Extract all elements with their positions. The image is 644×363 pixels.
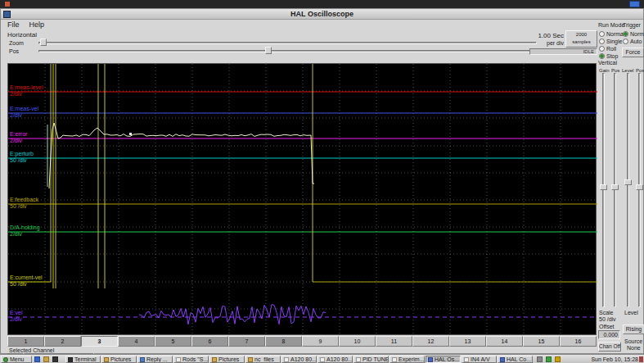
channel-tab-5[interactable]: 5: [155, 336, 191, 347]
channel-tab-6[interactable]: 6: [191, 336, 228, 347]
channel-tab-10[interactable]: 10: [339, 336, 376, 347]
channel-tab-1[interactable]: 1: [7, 336, 44, 347]
taskbar-window-rods-s[interactable]: Rods "S...: [173, 356, 209, 363]
document-icon: [284, 357, 289, 362]
taskbar-window-nc-files[interactable]: nc_files: [245, 356, 281, 363]
taskbar-window-terminal[interactable]: Terminal: [65, 356, 101, 363]
menu-file[interactable]: File: [2, 20, 25, 29]
taskbar-window-a120-80[interactable]: A120 80...: [317, 356, 353, 363]
trigger-level-label: Level: [624, 310, 638, 316]
taskbar-window-pictures[interactable]: Pictures: [101, 356, 137, 363]
trigger-mode-group: NormalAuto: [623, 30, 644, 47]
taskbar-window-in4-a-v[interactable]: IN4 A/V: [462, 356, 497, 363]
taskbar-window-label: Experim...: [399, 356, 425, 362]
clock[interactable]: Sun Feb 10, 15:28: [565, 355, 638, 363]
pager-icon[interactable]: [629, 1, 640, 7]
radio-label: Roll: [606, 46, 616, 52]
top-panel-launcher-icon[interactable]: [5, 2, 10, 7]
taskbar-window-hal-co[interactable]: HAL Co...: [498, 356, 533, 363]
tpos-slider-handle[interactable]: [636, 184, 643, 190]
window-icon: [3, 11, 11, 18]
channel-tab-11[interactable]: 11: [376, 336, 412, 347]
channel-tab-9[interactable]: 9: [302, 336, 339, 347]
time-per-div-value: 1.00 Sec: [492, 32, 564, 39]
taskbar-window-a120-80[interactable]: A120 80...: [281, 356, 317, 363]
vpos-slider-handle[interactable]: [611, 184, 619, 190]
terminal-icon: [68, 357, 73, 362]
corner-applet-icon[interactable]: [639, 356, 643, 362]
samples-button[interactable]: 2000 samples at 200 Hz: [565, 30, 597, 48]
rising-label: Rising: [626, 326, 642, 332]
titlebar[interactable]: HAL Oscilloscope: [1, 9, 643, 20]
notification-icon[interactable]: [555, 356, 561, 362]
network-icon[interactable]: [546, 356, 552, 362]
taskbar-window-label: Rods "S...: [182, 356, 208, 362]
channel-tab-8[interactable]: 8: [265, 336, 302, 347]
hpos-slider-handle[interactable]: [265, 47, 272, 54]
document-icon: [464, 357, 469, 362]
browser-icon[interactable]: [34, 356, 40, 362]
hpos-slider[interactable]: [38, 50, 537, 52]
taskbar-window-pid-tune[interactable]: PID TUNE: [354, 356, 389, 363]
menu-help[interactable]: Help: [25, 20, 50, 29]
run-mode-radio-stop[interactable]: Stop: [599, 52, 618, 60]
gain-slider[interactable]: [602, 73, 605, 307]
taskbar-window-label: A120 80...: [327, 356, 353, 362]
run-mode-radio-single[interactable]: Single: [599, 38, 622, 45]
trigger-mode-title: Trigger: [623, 22, 641, 29]
taskbar-window-label: PID TUNE: [363, 356, 389, 362]
vpos-slider[interactable]: [614, 73, 616, 307]
channel-tab-15[interactable]: 15: [523, 336, 560, 347]
level-slider[interactable]: [627, 73, 629, 307]
zoom-slider-handle[interactable]: [40, 39, 47, 46]
run-mode-radio-roll[interactable]: Roll: [599, 45, 616, 52]
vertical-title: Vertical: [598, 60, 617, 66]
channel-tab-3[interactable]: 3: [81, 336, 118, 347]
samples-line1: 2000 samples: [566, 31, 597, 46]
channel-tab-13[interactable]: 13: [449, 336, 486, 347]
taskbar-window-experim[interactable]: Experim...: [390, 356, 425, 363]
trace-noise: [139, 305, 326, 324]
trace-step-response: [49, 123, 314, 188]
taskbar-window-label: HAL Co...: [507, 356, 531, 362]
run-mode-radio-normal[interactable]: Normal: [599, 30, 625, 38]
document-icon: [176, 357, 181, 362]
level-slider-handle[interactable]: [624, 179, 632, 185]
channel-tab-12[interactable]: 12: [412, 336, 449, 347]
offset-value: 0.000: [603, 332, 618, 338]
channel-tab-7[interactable]: 7: [228, 336, 265, 347]
acquisition-state-bar: IDLE: [529, 48, 597, 55]
document-icon: [392, 357, 397, 362]
channel-tabs: 12345678910111213141516: [7, 336, 597, 347]
channel-tab-2[interactable]: 2: [44, 336, 81, 347]
source-value: None: [627, 345, 641, 352]
radio-icon: [599, 53, 605, 59]
terminal-icon[interactable]: [52, 356, 58, 362]
channel-tab-16[interactable]: 16: [560, 336, 597, 347]
taskbar-window-hal-os[interactable]: HAL Os...: [426, 356, 461, 363]
rising-button[interactable]: Rising: [623, 324, 644, 334]
taskbar-window-pictures[interactable]: Pictures: [209, 356, 245, 363]
channel-tab-4[interactable]: 4: [118, 336, 155, 347]
offset-value-box[interactable]: 0.000: [598, 330, 620, 339]
radio-label: Single: [606, 39, 622, 45]
taskbar-window-reply[interactable]: Reply ...: [137, 356, 173, 363]
chan-off-button[interactable]: Chan Off: [598, 342, 621, 352]
channel-tab-14[interactable]: 14: [486, 336, 523, 347]
gain-slider-handle[interactable]: [600, 184, 607, 190]
scope-canvas: [8, 64, 597, 336]
menu-button[interactable]: Menu: [1, 356, 32, 363]
files-icon[interactable]: [43, 356, 49, 362]
zoom-slider[interactable]: [38, 42, 537, 44]
taskbar-window-label: Terminal: [74, 356, 96, 362]
radio-icon: [623, 31, 628, 37]
top-panel: [0, 0, 644, 8]
tpos-slider[interactable]: [638, 73, 641, 307]
taskbar-window-label: A120 80...: [290, 356, 317, 362]
trigger-radio-auto[interactable]: Auto: [623, 38, 642, 45]
force-button[interactable]: Force: [622, 48, 644, 57]
volume-icon[interactable]: [537, 356, 543, 362]
scope-display[interactable]: E:meas-level2/divE:meas-vel2/divE:error2…: [7, 63, 597, 335]
trigger-radio-normal[interactable]: Normal: [623, 30, 644, 38]
samples-line2: at 200 Hz: [566, 46, 597, 48]
